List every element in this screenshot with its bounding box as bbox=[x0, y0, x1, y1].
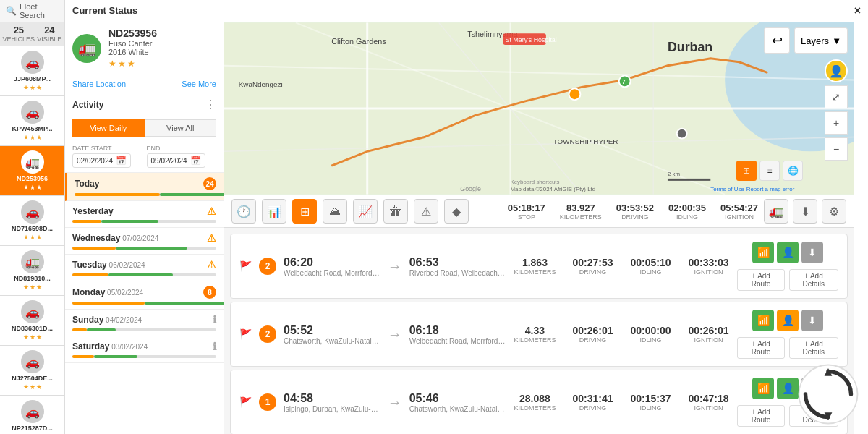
clock-view-button[interactable]: 🕐 bbox=[231, 199, 256, 224]
download-icon-button[interactable]: ⬇ bbox=[801, 242, 823, 263]
top-bar: 🔍 Fleet Search Current Status × bbox=[0, 0, 868, 22]
truck-icon-button[interactable]: 🚛 bbox=[764, 199, 788, 224]
settings-button[interactable]: ⚙ bbox=[822, 199, 846, 224]
wifi-icon-button[interactable]: 📶 bbox=[752, 310, 774, 331]
download-toolbar-button[interactable]: ⬇ bbox=[793, 199, 817, 224]
route-view-button[interactable]: ⛰ bbox=[323, 199, 347, 224]
day-item-monday[interactable]: Monday 05/02/2024 8 bbox=[65, 281, 224, 310]
map-list-toggle-button[interactable]: ≡ bbox=[760, 161, 780, 181]
map-zoom-out-button[interactable]: − bbox=[825, 137, 848, 161]
speed-view-button[interactable]: 📈 bbox=[353, 199, 378, 224]
days-container: Today 24 Yesterday ⚠ Wednesday 07/02/202… bbox=[65, 173, 224, 363]
fleet-search[interactable]: 🔍 Fleet Search bbox=[0, 0, 65, 22]
svg-text:7: 7 bbox=[622, 78, 626, 85]
trips-list: 🚩 2 06:20 Weibedacht Road, Morrford, Cha… bbox=[224, 228, 854, 434]
trip-stat-value: 28.088 bbox=[513, 393, 556, 404]
trip-stats: 1.863 KILOMETERS 00:27:53 DRIVING 00:05:… bbox=[513, 257, 730, 276]
street-view-icon[interactable]: 👤 bbox=[825, 59, 848, 82]
day-item-wednesday[interactable]: Wednesday 07/02/2024 ⚠ bbox=[65, 228, 224, 255]
trip-stat-label: IDLING bbox=[629, 404, 672, 412]
vehicle-icon: 🚛 bbox=[21, 250, 44, 273]
vehicle-list-item-v3[interactable]: 🚛 ND253956 ★★★ bbox=[0, 146, 64, 196]
map-globe-button[interactable]: 🌐 bbox=[783, 161, 803, 181]
trip-flag-icon[interactable]: 🚩 bbox=[239, 396, 252, 408]
table-view-button[interactable]: ⊞ bbox=[292, 199, 317, 224]
day-item-today[interactable]: Today 24 bbox=[65, 173, 224, 201]
day-item-saturday[interactable]: Saturday 03/02/2024 ℹ bbox=[65, 336, 224, 363]
day-progress-bar bbox=[72, 273, 216, 276]
chart-view-button[interactable]: 📊 bbox=[262, 199, 286, 224]
trip-arrow-icon: → bbox=[388, 258, 402, 275]
see-more-link[interactable]: See More bbox=[182, 80, 216, 88]
map-fullscreen-button[interactable]: ⤢ bbox=[825, 85, 848, 109]
view-all-tab[interactable]: View All bbox=[145, 119, 217, 137]
trip-number: 2 bbox=[259, 326, 276, 343]
toolbar-stat-stop: 05:18:17 STOP bbox=[508, 203, 545, 221]
add-route-button[interactable]: + Add Route bbox=[737, 269, 784, 291]
day-label: Monday 05/02/2024 bbox=[72, 287, 143, 297]
trip-stat-label: IGNITION bbox=[686, 336, 730, 344]
trip-stat-idling: 00:15:37 IDLING bbox=[629, 393, 672, 412]
day-badge: 8 bbox=[203, 286, 216, 299]
date-start-input[interactable]: 02/02/2024 📅 bbox=[72, 153, 131, 168]
layers-dropdown[interactable]: Layers ▼ bbox=[794, 27, 848, 54]
map-zoom-in-button[interactable]: + bbox=[825, 111, 848, 135]
add-route-button[interactable]: + Add Route bbox=[737, 405, 784, 427]
vehicle-name: NJ27504DE... bbox=[4, 375, 61, 382]
svg-text:Map data ©2024 AfriGIS (Pty) L: Map data ©2024 AfriGIS (Pty) Ltd bbox=[510, 186, 595, 192]
trip-stat-driving: 00:26:01 DRIVING bbox=[571, 325, 614, 344]
add-route-button[interactable]: + Add Route bbox=[737, 337, 784, 359]
trip-times: 05:52 Chatsworth, KwaZulu-Natal, South A… bbox=[284, 324, 380, 345]
add-details-button[interactable]: + Add Details bbox=[789, 269, 838, 291]
vehicle-list-item-v8[interactable]: 🚗 NP215287D... ★★★ bbox=[0, 396, 64, 434]
day-header: Saturday 03/02/2024 ℹ bbox=[72, 341, 216, 352]
person-icon-button[interactable]: 👤 bbox=[777, 242, 799, 263]
day-item-tuesday[interactable]: Tuesday 06/02/2024 ⚠ bbox=[65, 255, 224, 281]
day-item-sunday[interactable]: Sunday 04/02/2024 ℹ bbox=[65, 310, 224, 336]
view-daily-tab[interactable]: View Daily bbox=[72, 119, 145, 137]
grid-icon: ⊞ bbox=[743, 166, 750, 176]
close-button[interactable]: × bbox=[854, 4, 861, 17]
person-icon-button[interactable]: 👤 bbox=[777, 378, 799, 399]
vehicle-list-item-v7[interactable]: 🚗 NJ27504DE... ★★★ bbox=[0, 346, 64, 396]
stat-label: IDLING bbox=[668, 213, 706, 221]
road-view-button[interactable]: 🛣 bbox=[383, 199, 408, 224]
wifi-icon-button[interactable]: 📶 bbox=[752, 242, 774, 263]
map-back-button[interactable]: ↩ bbox=[764, 27, 790, 54]
download-icon-button[interactable]: ⬇ bbox=[801, 310, 823, 331]
total-vehicles-label: VEHICLES bbox=[3, 35, 35, 43]
trip-times: 04:58 Isipingo, Durban, KwaZulu-Natal, S… bbox=[284, 392, 380, 413]
day-item-yesterday[interactable]: Yesterday ⚠ bbox=[65, 201, 224, 228]
vehicle-list-item-v5[interactable]: 🚛 ND819810... ★★★ bbox=[0, 246, 64, 296]
vehicle-name: ND253956 bbox=[4, 175, 61, 182]
vehicle-list-item-v2[interactable]: 🚗 KPW453MP... ★★★ bbox=[0, 96, 64, 146]
vehicle-star-rating: ★★★ bbox=[23, 134, 42, 141]
trip-end-times: 06:18 Weibedacht Road, Morrford, Chats..… bbox=[409, 324, 506, 345]
day-header: Yesterday ⚠ bbox=[72, 205, 216, 217]
add-details-button[interactable]: + Add Details bbox=[789, 337, 838, 359]
share-location-link[interactable]: Share Location bbox=[72, 80, 126, 88]
day-label: Wednesday 07/02/2024 bbox=[72, 233, 158, 243]
view-tabs: View Daily View All bbox=[65, 116, 224, 140]
vehicle-list-item-v6[interactable]: 🚗 ND836301D... ★★★ bbox=[0, 296, 64, 346]
add-details-button[interactable]: + Add Details bbox=[789, 405, 838, 427]
date-end-input[interactable]: 09/02/2024 📅 bbox=[147, 153, 205, 168]
trip-flag-icon[interactable]: 🚩 bbox=[239, 328, 252, 340]
alert-view-button[interactable]: ⚠ bbox=[414, 199, 438, 224]
vehicle-list-item-v4[interactable]: 🚗 ND716598D... ★★★ bbox=[0, 196, 64, 246]
pin-view-button[interactable]: ◆ bbox=[444, 199, 469, 224]
person-orange-icon-button[interactable]: 👤 bbox=[777, 310, 799, 331]
trip-start: 05:52 Chatsworth, KwaZulu-Natal, South A… bbox=[284, 324, 380, 345]
vehicle-list-item-v1[interactable]: 🚗 JJP608MP... ★★★ bbox=[0, 46, 64, 96]
wifi-icon-button[interactable]: 📶 bbox=[752, 378, 774, 399]
toolbar-stat-kilometers: 83.927 KILOMETERS bbox=[560, 203, 602, 221]
activity-menu-icon[interactable]: ⋮ bbox=[205, 98, 216, 111]
trip-stat-label: DRIVING bbox=[571, 268, 614, 276]
map-view-toggle-button[interactable]: ⊞ bbox=[736, 161, 757, 181]
trip-flag-icon[interactable]: 🚩 bbox=[239, 260, 252, 272]
download-icon-button[interactable]: ⬇ bbox=[801, 378, 823, 399]
trip-card-1: 🚩 2 05:52 Chatsworth, KwaZulu-Natal, Sou… bbox=[230, 302, 848, 367]
svg-point-19 bbox=[569, 88, 581, 100]
trip-stat-idling: 00:00:00 IDLING bbox=[629, 325, 672, 344]
day-progress-bar bbox=[75, 193, 216, 196]
